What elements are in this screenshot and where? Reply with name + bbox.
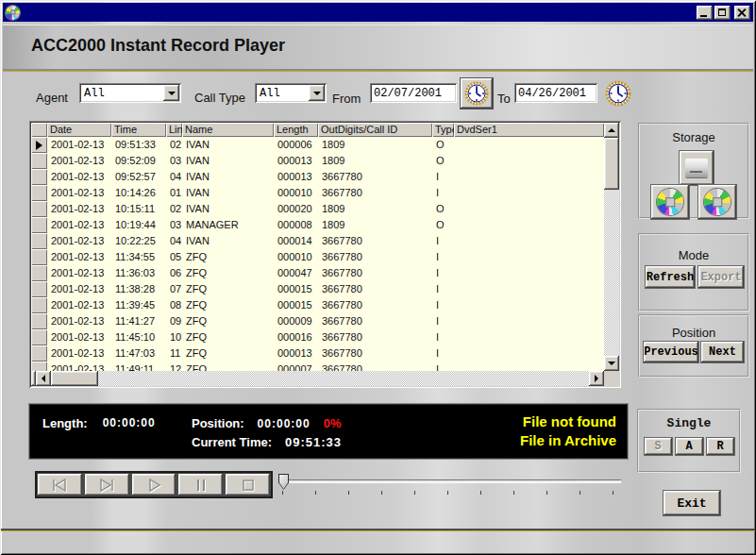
column-header[interactable]: Time (111, 123, 166, 137)
horizontal-scroll-thumb[interactable] (51, 371, 98, 386)
mode-panel: Mode Refresh Export (638, 233, 749, 311)
table-row[interactable]: 2001-02-1311:36:0306ZFQ0000473667780I (31, 265, 604, 281)
row-selector[interactable] (31, 217, 47, 233)
table-row[interactable]: 2001-02-1311:38:2807ZFQ0000153667780I (31, 281, 604, 297)
row-selector[interactable] (31, 281, 47, 297)
scroll-down-button[interactable] (604, 356, 619, 371)
table-row[interactable]: 2001-02-1310:22:2504IVAN0000143667780I (31, 233, 604, 249)
exit-button[interactable]: Exit (664, 491, 720, 515)
scroll-left-button[interactable] (36, 371, 51, 386)
cell-Date: 2001-02-13 (47, 249, 111, 265)
table-row[interactable]: 2001-02-1310:19:4403MANAGER0000081809O (31, 217, 604, 233)
stop-button[interactable] (226, 474, 270, 496)
row-selector[interactable] (31, 329, 47, 345)
cd-left-button[interactable] (651, 185, 689, 219)
scroll-right-button[interactable] (589, 371, 604, 386)
row-selector[interactable] (31, 345, 47, 362)
cd-icon (704, 189, 731, 215)
cell-Name: IVAN (182, 137, 274, 153)
hard-drive-button[interactable] (680, 151, 714, 185)
scroll-up-button[interactable] (604, 123, 619, 138)
table-row[interactable]: 2001-02-1309:52:5704IVAN0000133667780I (31, 169, 604, 185)
from-date-field[interactable]: 02/07/2001 (370, 83, 457, 103)
column-header[interactable]: OutDigits/Call ID (318, 123, 432, 137)
cell-DvdSer1 (454, 201, 604, 217)
cell-OutDigits/Call ID: 3667780 (318, 169, 432, 185)
skip-back-icon (45, 478, 74, 493)
minimize-button[interactable] (697, 6, 713, 20)
agent-combobox[interactable]: All (79, 83, 181, 103)
previous-button[interactable]: Previous (644, 342, 698, 362)
row-selector[interactable] (31, 169, 47, 185)
table-row[interactable]: 2001-02-1311:45:1010ZFQ0000163667780I (31, 329, 604, 345)
horizontal-scrollbar[interactable] (31, 371, 604, 386)
single-a-button[interactable]: A (676, 438, 703, 455)
vertical-scrollbar[interactable] (604, 123, 619, 371)
slider-thumb[interactable] (278, 474, 289, 490)
from-calendar-button[interactable] (461, 78, 493, 109)
table-row[interactable]: 2001-02-1311:49:1112ZFQ0000073667780I (31, 362, 604, 371)
table-row[interactable]: 2001-02-1311:47:0311ZFQ0000133667780I (31, 345, 604, 362)
cell-DvdSer1 (454, 153, 604, 169)
position-value: 00:00:00 (258, 417, 311, 430)
slider-track[interactable] (278, 479, 621, 483)
row-selector[interactable] (31, 185, 47, 201)
to-calendar-button[interactable] (602, 78, 634, 109)
cell-Name: ZFQ (182, 297, 274, 313)
table-row[interactable]: 2001-02-1311:39:4508ZFQ0000153667780I (31, 297, 604, 313)
column-header[interactable]: DvdSer1 (454, 123, 604, 137)
maximize-button[interactable] (714, 6, 731, 20)
cd-right-button[interactable] (698, 185, 736, 219)
column-header[interactable]: Length (274, 123, 318, 137)
column-header[interactable]: Date (47, 123, 111, 137)
row-selector[interactable] (31, 362, 47, 371)
table-row[interactable]: 2001-02-1311:34:5505ZFQ0000103667780I (31, 249, 604, 265)
column-header[interactable]: Type (432, 123, 454, 137)
row-selector[interactable] (31, 137, 47, 153)
row-selector[interactable] (31, 313, 47, 329)
seek-slider[interactable] (277, 474, 623, 498)
agent-dropdown-button[interactable] (163, 85, 179, 101)
table-row[interactable]: 2001-02-1309:52:0903IVAN0000131809O (31, 153, 604, 169)
skip-back-button[interactable] (38, 474, 82, 496)
column-header[interactable]: Line (166, 123, 182, 137)
cell-OutDigits/Call ID: 3667780 (318, 249, 432, 265)
current-time-label: Current Time: (192, 435, 272, 449)
row-selector[interactable] (31, 265, 47, 281)
cell-Name: IVAN (182, 233, 274, 249)
clock-icon (464, 81, 489, 106)
cell-Line: 07 (166, 281, 182, 297)
cell-OutDigits/Call ID: 1809 (318, 137, 432, 153)
pause-button[interactable] (178, 474, 223, 496)
skip-forward-button[interactable] (85, 474, 129, 496)
table-row[interactable]: 2001-02-1311:41:2709ZFQ0000093667780I (31, 313, 604, 329)
row-selector[interactable] (31, 249, 47, 265)
play-button[interactable] (132, 474, 176, 496)
single-s-button[interactable]: S (645, 438, 672, 455)
vertical-scroll-thumb[interactable] (604, 138, 619, 190)
row-selector[interactable] (31, 201, 47, 217)
cell-Date: 2001-02-13 (47, 297, 111, 313)
to-date-field[interactable]: 04/26/2001 (514, 83, 597, 103)
cell-Length: 000013 (274, 153, 318, 169)
column-header[interactable]: Name (182, 123, 274, 137)
column-header[interactable] (31, 123, 47, 137)
cell-Date: 2001-02-13 (47, 137, 111, 153)
row-selector[interactable] (31, 297, 47, 313)
call-type-combobox[interactable]: All (255, 83, 327, 103)
single-r-button[interactable]: R (707, 438, 734, 455)
row-selector[interactable] (31, 233, 47, 249)
table-row[interactable]: 2001-02-1309:51:3302IVAN0000061809O (31, 137, 604, 153)
call-type-value: All (260, 87, 280, 100)
cell-Type: I (432, 362, 454, 371)
table-row[interactable]: 2001-02-1310:15:1102IVAN0000201809O (31, 201, 604, 217)
export-button[interactable]: Export (698, 266, 744, 288)
position-label: Position: (192, 416, 244, 430)
call-type-dropdown-button[interactable] (309, 85, 325, 101)
cell-Time: 11:47:03 (111, 345, 166, 362)
refresh-button[interactable]: Refresh (646, 266, 695, 288)
close-button[interactable] (734, 6, 750, 20)
table-row[interactable]: 2001-02-1310:14:2601IVAN0000103667780I (31, 185, 604, 201)
row-selector[interactable] (31, 153, 47, 169)
next-button[interactable]: Next (701, 342, 744, 362)
